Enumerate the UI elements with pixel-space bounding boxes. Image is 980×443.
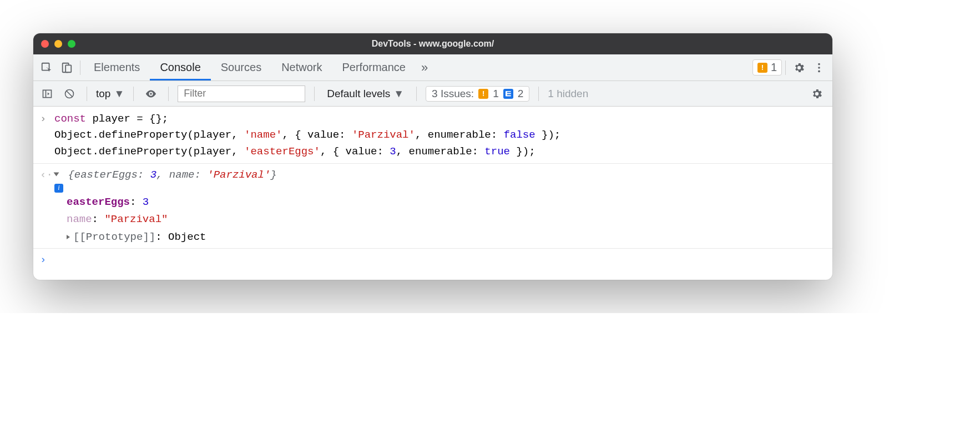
issues-info-count: 2 <box>518 88 524 100</box>
console-settings-icon[interactable] <box>807 84 827 104</box>
hidden-messages-label: 1 hidden <box>548 88 588 100</box>
divider <box>80 61 80 75</box>
divider <box>168 87 169 101</box>
tab-network[interactable]: Network <box>271 54 332 80</box>
divider <box>416 87 417 101</box>
issues-warn-count: 1 <box>493 88 499 100</box>
output-marker-icon: ‹· <box>40 167 54 192</box>
console-prompt-row[interactable]: › <box>33 251 832 269</box>
info-icon[interactable]: i <box>54 184 63 193</box>
context-selector[interactable]: top ▼ <box>96 88 124 100</box>
panel-tabbar: Elements Console Sources Network Perform… <box>33 54 832 81</box>
svg-point-5 <box>818 70 820 72</box>
warnings-count: 1 <box>771 61 777 74</box>
divider <box>314 87 315 101</box>
object-property[interactable]: name: "Parzival" <box>60 211 832 228</box>
log-levels-selector[interactable]: Default levels ▼ <box>324 88 407 100</box>
tab-sources[interactable]: Sources <box>211 54 271 80</box>
issues-label: 3 Issues: <box>432 88 474 100</box>
row-separator <box>33 163 832 164</box>
chevron-down-icon: ▼ <box>114 88 124 100</box>
chevron-down-icon: ▼ <box>393 88 404 100</box>
object-tree: easterEggs: 3 name: "Parzival" [[Prototy… <box>33 194 832 246</box>
traffic-lights <box>41 40 75 48</box>
clear-console-icon[interactable] <box>61 84 78 104</box>
divider <box>87 87 87 101</box>
fullscreen-window-button[interactable] <box>68 40 75 48</box>
console-body: › const player = {}; Object.defineProper… <box>33 107 832 280</box>
console-toolbar: top ▼ Default levels ▼ 3 Issues: 1 2 1 h… <box>33 81 832 107</box>
settings-icon[interactable] <box>789 58 809 78</box>
warning-icon <box>478 89 488 99</box>
svg-rect-6 <box>43 90 52 97</box>
window-title: DevTools - www.google.com/ <box>33 39 832 49</box>
tabs-overflow-button[interactable]: » <box>416 54 433 80</box>
tab-performance[interactable]: Performance <box>332 54 416 80</box>
expand-toggle-icon[interactable] <box>67 235 70 239</box>
titlebar: DevTools - www.google.com/ <box>33 33 832 54</box>
console-input-code: const player = {}; Object.defineProperty… <box>54 111 560 160</box>
tab-elements[interactable]: Elements <box>84 54 150 80</box>
svg-point-3 <box>818 63 820 65</box>
divider <box>133 87 134 101</box>
inspect-element-icon[interactable] <box>37 58 57 78</box>
input-prompt-icon: › <box>40 111 54 160</box>
console-result-row: ‹· {easterEggs: 3, name: 'Parzival'} i <box>33 166 832 193</box>
device-toolbar-icon[interactable] <box>57 58 77 78</box>
svg-point-4 <box>818 67 820 69</box>
object-property[interactable]: easterEggs: 3 <box>60 194 832 211</box>
live-expression-icon[interactable] <box>143 84 159 104</box>
divider <box>785 61 786 75</box>
expand-toggle-icon[interactable] <box>54 173 59 177</box>
warning-icon <box>757 63 767 73</box>
svg-rect-2 <box>65 65 71 72</box>
devtools-window: DevTools - www.google.com/ Elements Cons… <box>33 33 832 280</box>
filter-input[interactable] <box>178 85 305 102</box>
warnings-badge[interactable]: 1 <box>752 59 782 75</box>
info-icon <box>503 89 513 99</box>
console-input-row[interactable]: › const player = {}; Object.defineProper… <box>33 110 832 161</box>
divider <box>538 87 539 101</box>
log-levels-label: Default levels <box>327 88 390 100</box>
input-prompt-icon: › <box>40 252 54 268</box>
object-preview[interactable]: {easterEggs: 3, name: 'Parzival'} i <box>54 167 277 192</box>
object-prototype[interactable]: [[Prototype]]: Object <box>60 229 832 246</box>
toggle-sidebar-icon[interactable] <box>39 84 55 104</box>
svg-point-8 <box>150 93 152 95</box>
minimize-window-button[interactable] <box>54 40 62 48</box>
more-menu-icon[interactable] <box>809 58 829 78</box>
context-label: top <box>96 88 110 100</box>
close-window-button[interactable] <box>41 40 49 48</box>
issues-button[interactable]: 3 Issues: 1 2 <box>426 86 529 102</box>
tab-console[interactable]: Console <box>150 54 210 80</box>
row-separator <box>33 248 832 249</box>
